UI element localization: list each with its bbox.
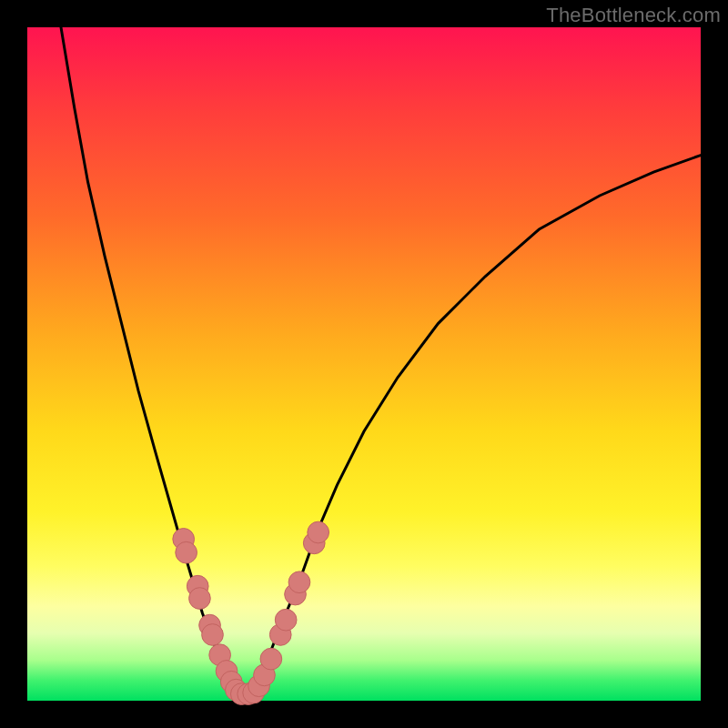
curve-group [61,27,701,694]
watermark-text: TheBottleneck.com [546,4,721,27]
data-marker [176,541,197,563]
outer-frame: TheBottleneck.com [0,0,728,728]
data-marker [260,648,282,670]
curve-right-curve [243,156,701,693]
plot-area [27,27,701,701]
data-marker [275,609,297,631]
data-marker [202,624,224,646]
data-marker [189,588,211,610]
data-marker [288,571,310,593]
curve-left-curve [61,27,243,693]
marker-group [173,521,329,704]
data-marker [308,521,329,543]
chart-svg [27,27,701,701]
